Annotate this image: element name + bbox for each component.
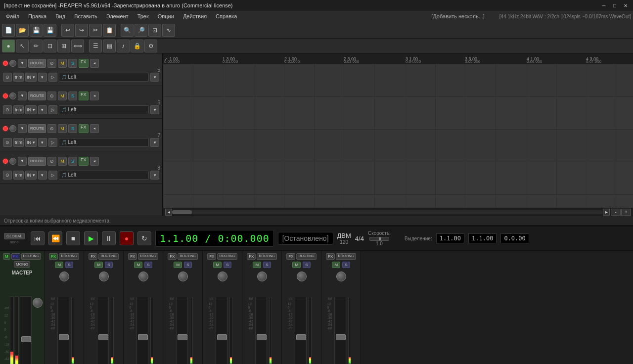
record-button[interactable]: ●: [120, 231, 134, 245]
ch-routing-btn[interactable]: ROUTING: [138, 253, 158, 260]
record-led[interactable]: [3, 93, 8, 98]
save-as-button[interactable]: 💾: [44, 24, 56, 37]
paste-button[interactable]: 📋: [103, 24, 116, 37]
ch-fader[interactable]: [334, 297, 346, 364]
ripple-button[interactable]: ∿: [162, 24, 175, 37]
pan-btn[interactable]: ▾: [150, 171, 159, 180]
track-list-btn[interactable]: ☰: [89, 40, 102, 52]
ch-m-btn[interactable]: M: [292, 262, 301, 268]
ch-fx-btn[interactable]: FX: [168, 253, 177, 260]
ch-s-btn[interactable]: S: [342, 262, 350, 268]
fx-button[interactable]: FX: [79, 91, 89, 100]
ch-fx-btn[interactable]: FX: [89, 253, 97, 260]
ch-fader-thumb[interactable]: [178, 334, 187, 340]
ch-s-btn[interactable]: S: [65, 262, 73, 268]
in-btn[interactable]: IN ▾: [25, 138, 37, 147]
menu-item[interactable]: Элемент: [102, 12, 133, 20]
phase-btn[interactable]: ⊙: [3, 171, 12, 180]
trim-btn[interactable]: trim: [13, 73, 24, 82]
flip-button[interactable]: ⊙: [47, 124, 56, 133]
solo-button[interactable]: S: [68, 157, 77, 166]
ch-fader-thumb[interactable]: [138, 334, 148, 340]
ch-m-btn[interactable]: M: [332, 262, 340, 268]
rewind-button[interactable]: ⏪: [48, 231, 62, 245]
route-button[interactable]: ROUTE: [28, 124, 46, 133]
solo-button[interactable]: S: [68, 124, 77, 133]
zoom-in-button[interactable]: 🔍: [121, 24, 134, 37]
io-button[interactable]: ▼: [18, 59, 27, 68]
ch-routing-btn[interactable]: ROUTING: [257, 253, 276, 260]
menu-track[interactable]: Трек: [134, 12, 153, 20]
record-led[interactable]: [3, 61, 8, 66]
mute-button[interactable]: M: [58, 157, 67, 166]
open-button[interactable]: 📂: [16, 24, 29, 37]
speed-slider[interactable]: [369, 237, 389, 241]
fx-button[interactable]: FX: [79, 124, 89, 133]
ch-fader[interactable]: [136, 297, 148, 364]
master-fader[interactable]: [20, 296, 32, 364]
menu-view[interactable]: Вид: [51, 12, 69, 20]
menu-options[interactable]: Опции: [154, 12, 178, 20]
ch-fader-thumb[interactable]: [257, 334, 267, 340]
ch-fader-thumb[interactable]: [296, 334, 306, 340]
lock-btn[interactable]: 🔒: [131, 40, 143, 52]
close-button[interactable]: ✕: [622, 2, 629, 9]
volume-knob[interactable]: [9, 125, 16, 132]
scrollbar-thumb[interactable]: [172, 210, 192, 214]
fx-toggle[interactable]: ◂: [90, 91, 99, 100]
volume-knob[interactable]: [9, 92, 16, 99]
ch-pan-knob[interactable]: [297, 272, 307, 281]
ch-fader[interactable]: [176, 297, 188, 364]
env-btn[interactable]: ▾: [38, 138, 47, 147]
io-button[interactable]: ▼: [18, 157, 27, 166]
io-button[interactable]: ▼: [18, 91, 27, 100]
trim-btn[interactable]: trim: [13, 105, 24, 114]
menu-actions[interactable]: Действия: [179, 12, 211, 20]
ch-routing-btn[interactable]: ROUTING: [336, 253, 356, 260]
ch-s-btn[interactable]: S: [184, 262, 191, 268]
phase-btn[interactable]: ⊙: [3, 138, 12, 147]
volume-knob[interactable]: [9, 60, 16, 67]
repeat-button[interactable]: ↻: [137, 231, 151, 245]
flip-button[interactable]: ⊙: [47, 157, 56, 166]
eraser-tool[interactable]: ⊡: [44, 40, 56, 52]
zoom-out-button[interactable]: 🔎: [135, 24, 147, 37]
env-btn[interactable]: ▾: [38, 73, 47, 82]
zoom-in-h-btn[interactable]: +: [621, 209, 631, 216]
trim-btn[interactable]: trim: [13, 171, 24, 180]
track-name[interactable]: 🎵 Left: [59, 73, 149, 82]
group-btn[interactable]: ▷: [48, 73, 57, 82]
ch-pan-knob[interactable]: [138, 272, 148, 281]
mixer-btn[interactable]: ▤: [103, 40, 116, 52]
flip-button[interactable]: ⊙: [47, 91, 56, 100]
ch-m-btn[interactable]: M: [94, 262, 103, 268]
ch-fader[interactable]: [97, 297, 109, 364]
ch-fx-btn[interactable]: FX: [286, 253, 295, 260]
ch-m-btn[interactable]: M: [174, 262, 182, 268]
ch-fx-btn[interactable]: FX: [247, 253, 256, 260]
io-button[interactable]: ▼: [18, 124, 27, 133]
track-name[interactable]: 🎵 Left: [59, 105, 149, 114]
ch-routing-btn[interactable]: ROUTING: [59, 253, 79, 260]
ch-pan-knob[interactable]: [99, 272, 109, 281]
menu-add[interactable]: [Добавить несколь...]: [427, 12, 489, 20]
stop-button[interactable]: ■: [66, 231, 80, 245]
ch-fx-btn[interactable]: FX: [49, 253, 58, 260]
in-btn[interactable]: IN ▾: [25, 73, 37, 82]
record-led[interactable]: [3, 126, 8, 131]
midi-btn[interactable]: ♪: [117, 40, 130, 52]
mute-button[interactable]: M: [58, 91, 67, 100]
group-btn[interactable]: ▷: [48, 171, 57, 180]
mute-button[interactable]: M: [58, 124, 67, 133]
ch-pan-knob[interactable]: [59, 272, 69, 281]
settings-btn[interactable]: ⚙: [144, 40, 157, 52]
record-led[interactable]: [3, 159, 8, 164]
phase-btn[interactable]: ⊙: [3, 73, 12, 82]
save-button[interactable]: 💾: [30, 24, 43, 37]
new-file-button[interactable]: 📄: [2, 24, 15, 37]
route-button[interactable]: ROUTE: [28, 91, 46, 100]
redo-button[interactable]: ↪: [75, 24, 88, 37]
ch-s-btn[interactable]: S: [105, 262, 112, 268]
solo-button[interactable]: S: [68, 59, 77, 68]
master-pan-knob[interactable]: [33, 298, 43, 308]
